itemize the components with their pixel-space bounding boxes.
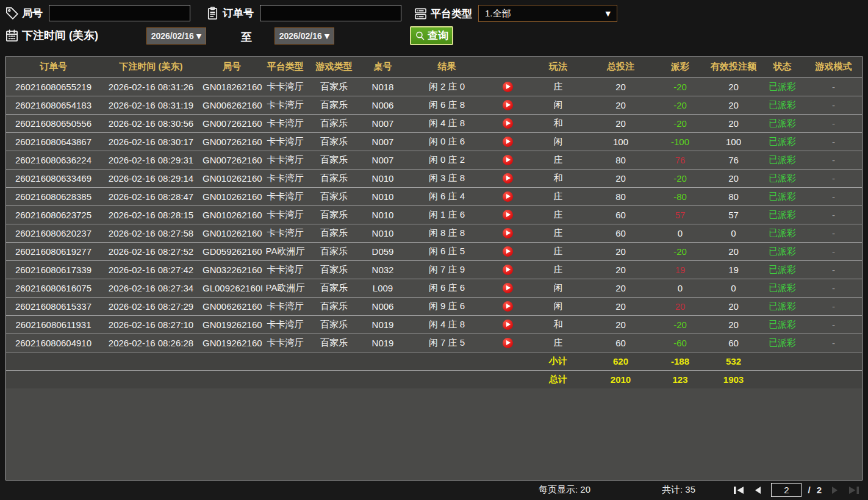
cell-round-id: GN007262160J3 [201, 114, 262, 132]
page-separator: / [808, 485, 810, 495]
play-icon [506, 285, 511, 290]
cell-status: 已派彩 [759, 114, 805, 132]
cell-order-id: 260216080604910 [6, 334, 101, 352]
date-from-select[interactable]: 2026/02/16 ▼ [146, 27, 206, 45]
cell-platform: 卡卡湾厅 [262, 224, 308, 242]
chevron-down-icon: ▼ [606, 10, 611, 18]
cell-status: 已派彩 [759, 315, 805, 334]
cell-valid-bet: 76 [708, 151, 759, 169]
cell-payout: -20 [653, 96, 708, 114]
cell-game-mode: - [805, 334, 862, 352]
cell-table-id: N010 [360, 187, 406, 205]
chevron-down-icon: ▼ [325, 32, 329, 40]
replay-play-button[interactable] [503, 210, 513, 220]
pagination-bar: 每页显示: 20 共计: 35 / 2 [0, 480, 868, 500]
column-header-play-type: 玩法 [528, 57, 589, 77]
cell-total-bet: 20 [589, 279, 653, 297]
cell-payout: -20 [653, 77, 708, 96]
cell-replay [488, 334, 528, 352]
date-to-select[interactable]: 2026/02/16 ▼ [274, 27, 334, 45]
cell-bet-time: 2026-02-16 08:31:19 [101, 96, 201, 114]
cell-game-type: 百家乐 [308, 114, 360, 132]
replay-play-button[interactable] [503, 301, 513, 312]
grand-total-label: 总计 [528, 370, 589, 388]
replay-play-button[interactable] [503, 82, 513, 92]
cell-valid-bet: 19 [708, 260, 759, 279]
replay-play-button[interactable] [503, 246, 513, 257]
replay-play-button[interactable] [503, 228, 513, 238]
cell-payout: -20 [653, 114, 708, 132]
cell-game-type: 百家乐 [308, 260, 360, 279]
cell-payout: 19 [653, 260, 708, 279]
cell-order-id: 260216080620237 [6, 224, 101, 242]
cell-platform: 卡卡湾厅 [262, 260, 308, 279]
cell-table-id: N006 [360, 96, 406, 114]
next-page-button[interactable] [828, 485, 841, 496]
table-row: 260216080643867 2026-02-16 08:30:17 GN00… [6, 132, 862, 151]
order-input[interactable] [260, 5, 401, 21]
table-row: 260216080636224 2026-02-16 08:29:31 GN00… [6, 151, 862, 169]
replay-play-button[interactable] [503, 320, 513, 330]
cell-status: 已派彩 [759, 187, 805, 205]
cell-platform: 卡卡湾厅 [262, 205, 308, 224]
column-header-bet-time: 下注时间 (美东) [101, 57, 201, 77]
first-page-button[interactable] [732, 485, 745, 496]
column-header-round-id: 局号 [201, 57, 262, 77]
play-icon [506, 139, 511, 144]
cell-replay [488, 242, 528, 260]
cell-round-id: GD059262160Q9 [201, 242, 262, 260]
replay-play-button[interactable] [503, 283, 513, 293]
cell-platform: 卡卡湾厅 [262, 334, 308, 352]
last-page-button[interactable] [847, 485, 861, 496]
replay-play-button[interactable] [503, 265, 513, 275]
query-button[interactable]: 查询 [410, 26, 453, 45]
cell-table-id: N007 [360, 114, 406, 132]
cell-status: 已派彩 [759, 151, 805, 169]
chevron-down-icon: ▼ [196, 32, 201, 40]
bet-time-filter: 下注时间 (美东) [5, 28, 98, 43]
play-icon [506, 322, 511, 327]
cell-platform: 卡卡湾厅 [262, 96, 308, 114]
platform-filter: 平台类型 1.全部 ▼ [414, 5, 617, 22]
replay-play-button[interactable] [503, 155, 513, 165]
round-label: 局号 [22, 6, 43, 20]
subtotal-row: 小计 620 -188 532 [6, 352, 862, 370]
cell-order-id: 260216080619277 [6, 242, 101, 260]
cell-bet-time: 2026-02-16 08:31:26 [101, 77, 201, 96]
cell-total-bet: 20 [589, 169, 653, 187]
previous-page-button[interactable] [751, 485, 765, 496]
cell-result: 闲 6 庄 4 [406, 187, 488, 205]
cell-bet-time: 2026-02-16 08:27:34 [101, 279, 201, 297]
table-row: 260216080619277 2026-02-16 08:27:52 GD05… [6, 242, 862, 260]
cell-platform: 卡卡湾厅 [262, 151, 308, 169]
cell-result: 闲 0 庄 6 [406, 132, 488, 151]
cell-valid-bet: 0 [708, 224, 759, 242]
subtotal-spacer [6, 352, 528, 370]
platform-select[interactable]: 1.全部 ▼ [478, 5, 617, 22]
page-number-input[interactable] [771, 483, 802, 497]
cell-total-bet: 20 [589, 77, 653, 96]
replay-play-button[interactable] [503, 118, 513, 129]
table-row: 260216080623725 2026-02-16 08:28:15 GN01… [6, 205, 862, 224]
cell-round-id: GN006262160J5 [201, 297, 262, 315]
round-input[interactable] [49, 5, 190, 21]
replay-play-button[interactable] [503, 338, 513, 348]
replay-play-button[interactable] [503, 100, 513, 110]
calendar-icon [5, 28, 20, 43]
cell-status: 已派彩 [759, 260, 805, 279]
cell-replay [488, 187, 528, 205]
cell-replay [488, 169, 528, 187]
play-icon [506, 212, 511, 217]
cell-order-id: 260216080615337 [6, 297, 101, 315]
replay-play-button[interactable] [503, 191, 513, 202]
column-header-status: 状态 [759, 57, 805, 77]
cell-valid-bet: 57 [708, 205, 759, 224]
grand-total-payout: 123 [653, 370, 708, 388]
column-header-payout: 派彩 [653, 57, 708, 77]
records-table: 订单号 下注时间 (美东) 局号 平台类型 游戏类型 桌号 结果 玩法 总投注 … [6, 57, 862, 388]
cell-round-id: GN006262160JB [201, 96, 262, 114]
replay-play-button[interactable] [503, 173, 513, 184]
cell-game-mode: - [805, 242, 862, 260]
cell-payout: -20 [653, 315, 708, 334]
replay-play-button[interactable] [503, 137, 513, 147]
